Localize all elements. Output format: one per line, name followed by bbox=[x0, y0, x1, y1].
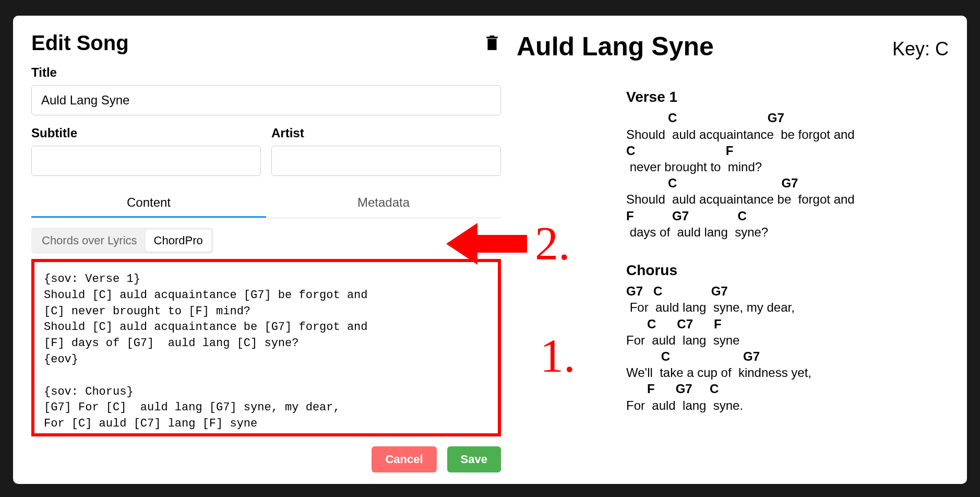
lyric-line: never brought to mind? bbox=[626, 159, 949, 175]
tab-content[interactable]: Content bbox=[31, 189, 266, 218]
edit-song-modal: Edit Song Title Subtitle Artist bbox=[13, 16, 967, 484]
chord-line: C G7 bbox=[626, 175, 949, 191]
artist-label: Artist bbox=[271, 126, 501, 140]
artist-field: Artist bbox=[271, 126, 501, 176]
trash-icon bbox=[485, 36, 499, 51]
preview-panel: Auld Lang Syne Key: C Verse 1 C G7Should… bbox=[501, 31, 949, 468]
preview-section: Verse 1 C G7Should auld acquaintance be … bbox=[626, 88, 949, 240]
chord-line: F G7 C bbox=[626, 381, 949, 397]
cancel-button[interactable]: Cancel bbox=[372, 446, 436, 472]
chord-line: C G7 bbox=[626, 110, 949, 126]
artist-input[interactable] bbox=[271, 146, 501, 176]
title-field: Title bbox=[31, 65, 501, 115]
chord-line: C G7 bbox=[626, 348, 949, 364]
page-title: Edit Song bbox=[31, 31, 129, 55]
lyric-line: days of auld lang syne? bbox=[626, 224, 949, 240]
section-title: Verse 1 bbox=[626, 88, 949, 106]
edit-form-panel: Edit Song Title Subtitle Artist bbox=[31, 31, 501, 468]
format-tab-chordpro[interactable]: ChordPro bbox=[146, 230, 211, 252]
lyric-line: Should auld acquaintance be forgot and bbox=[626, 126, 949, 143]
title-input[interactable] bbox=[31, 85, 501, 115]
lyric-line: For auld lang syne. bbox=[626, 397, 949, 413]
svg-rect-2 bbox=[490, 36, 495, 37]
lyric-line: Should auld acquaintance be forgot and bbox=[626, 191, 949, 207]
chord-line: F G7 C bbox=[626, 208, 949, 224]
section-title: Chorus bbox=[626, 261, 949, 280]
subtitle-input[interactable] bbox=[31, 146, 261, 176]
save-button[interactable]: Save bbox=[447, 446, 501, 472]
chord-line: G7 C G7 bbox=[626, 283, 949, 299]
preview-section: ChorusG7 C G7 For auld lang syne, my dea… bbox=[626, 261, 949, 413]
subtitle-field: Subtitle bbox=[31, 126, 261, 176]
preview-title: Auld Lang Syne bbox=[517, 31, 714, 62]
lyric-line: We'll take a cup of kindness yet, bbox=[626, 364, 949, 381]
title-label: Title bbox=[31, 65, 501, 80]
lyric-line: For auld lang syne bbox=[626, 332, 949, 348]
format-tab-chords-over-lyrics[interactable]: Chords over Lyrics bbox=[33, 230, 146, 252]
svg-rect-0 bbox=[487, 39, 496, 50]
svg-rect-1 bbox=[486, 37, 497, 38]
chord-line: C F bbox=[626, 143, 949, 159]
song-body: Verse 1 C G7Should auld acquaintance be … bbox=[626, 88, 949, 413]
subtitle-label: Subtitle bbox=[31, 126, 261, 140]
delete-button[interactable] bbox=[483, 33, 501, 53]
content-editor[interactable] bbox=[31, 259, 501, 436]
chord-line: C C7 F bbox=[626, 316, 949, 332]
format-tabs: Chords over Lyrics ChordPro bbox=[31, 228, 213, 254]
lyric-line: For auld lang syne, my dear, bbox=[626, 299, 949, 315]
tab-metadata[interactable]: Metadata bbox=[266, 189, 501, 218]
main-tabs: Content Metadata bbox=[31, 189, 501, 218]
preview-key: Key: C bbox=[892, 38, 949, 60]
